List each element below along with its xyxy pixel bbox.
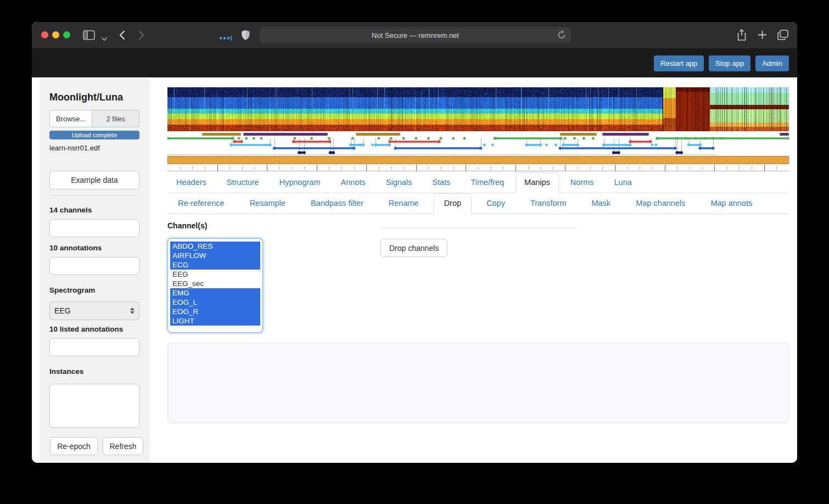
subtab-copy[interactable]: Copy bbox=[476, 193, 516, 214]
address-bar-url: Not Secure — remnrem.net bbox=[372, 31, 459, 40]
tab-overview-icon[interactable] bbox=[777, 30, 788, 42]
tab-signals[interactable]: Signals bbox=[377, 172, 421, 193]
channel-option-eog_r[interactable]: EOG_R bbox=[170, 307, 260, 316]
main-panel: HeadersStructureHypnogramAnnotsSignalsSt… bbox=[167, 87, 789, 463]
channels-select-label: Channel(s) bbox=[167, 221, 207, 230]
time-axis bbox=[167, 165, 789, 171]
annotations-count-label: 10 annotations bbox=[49, 244, 102, 252]
extensions-dots-icon[interactable] bbox=[219, 33, 232, 43]
sidebar: Moonlight/Luna Browse... 2 files Upload … bbox=[40, 79, 150, 463]
new-tab-icon[interactable] bbox=[758, 30, 767, 42]
files-count-label: 2 files bbox=[92, 110, 139, 127]
channel-option-emg[interactable]: EMG bbox=[170, 288, 260, 298]
subtab-map-channels[interactable]: Map channels bbox=[625, 193, 696, 214]
channel-option-eeg[interactable]: EEG bbox=[170, 270, 260, 279]
uploaded-file-name: learn-nsrr01.edf bbox=[49, 144, 100, 152]
listed-annotations-input[interactable] bbox=[49, 338, 139, 356]
sub-tabs: Re-referenceResampleBandpass filterRenam… bbox=[167, 193, 789, 214]
spectrogram-channel-value: EEG bbox=[54, 306, 71, 315]
channel-option-light[interactable]: LIGHT bbox=[170, 316, 260, 326]
sidebar-toggle-icon[interactable] bbox=[83, 30, 95, 42]
refresh-button[interactable]: Refresh bbox=[103, 437, 143, 455]
app-header: Restart app Stop app Admin bbox=[32, 49, 797, 77]
window-close-button[interactable] bbox=[41, 31, 48, 38]
restart-app-button[interactable]: Restart app bbox=[654, 55, 704, 71]
sidebar-divider bbox=[49, 195, 139, 195]
spectrogram-label: Spectrogram bbox=[49, 286, 95, 294]
browse-button[interactable]: Browse... bbox=[49, 110, 92, 127]
hypnogram-track[interactable] bbox=[167, 136, 789, 155]
listed-annotations-label: 10 listed annotations bbox=[49, 325, 123, 333]
window-minimize-button[interactable] bbox=[52, 31, 59, 38]
instances-label: Instances bbox=[49, 367, 83, 376]
tab-structure[interactable]: Structure bbox=[218, 172, 268, 193]
tab-manips[interactable]: Manips bbox=[516, 172, 559, 193]
app-title: Moonlight/Luna bbox=[49, 92, 123, 103]
privacy-shield-icon[interactable] bbox=[241, 30, 250, 43]
example-data-button[interactable]: Example data bbox=[49, 171, 139, 189]
upload-progress-bar: Upload complete bbox=[49, 131, 139, 139]
subtab-re-reference[interactable]: Re-reference bbox=[167, 193, 235, 214]
tab-time-freq[interactable]: Time/freq bbox=[462, 172, 513, 193]
reload-icon[interactable] bbox=[557, 30, 566, 41]
channels-filter-input[interactable] bbox=[49, 219, 139, 237]
drop-channels-button[interactable]: Drop channels bbox=[380, 239, 447, 257]
annotations-filter-input[interactable] bbox=[49, 257, 139, 275]
channel-option-ecg[interactable]: ECG bbox=[170, 260, 260, 270]
subtab-rename[interactable]: Rename bbox=[378, 193, 429, 214]
channel-option-eog_l[interactable]: EOG_L bbox=[170, 298, 260, 307]
desktop-background: Not Secure — remnrem.net Restart app Sto… bbox=[0, 0, 829, 504]
channel-listbox[interactable]: ABDO_RESAIRFLOWECGEEGEEG_secEMGEOG_LEOG_… bbox=[167, 238, 263, 333]
subtab-transform[interactable]: Transform bbox=[520, 193, 577, 214]
subtab-mask[interactable]: Mask bbox=[581, 193, 621, 214]
select-stepper-icon bbox=[130, 307, 135, 314]
output-panel bbox=[167, 343, 789, 423]
tab-norms[interactable]: Norms bbox=[562, 172, 603, 193]
channels-count-label: 14 channels bbox=[49, 206, 92, 214]
tab-stats[interactable]: Stats bbox=[423, 172, 459, 193]
forward-icon[interactable] bbox=[138, 30, 144, 42]
safari-window: Not Secure — remnrem.net Restart app Sto… bbox=[32, 22, 797, 463]
channel-option-abdo_res[interactable]: ABDO_RES bbox=[170, 242, 260, 251]
subtab-resample[interactable]: Resample bbox=[239, 193, 296, 214]
browser-toolbar: Not Secure — remnrem.net bbox=[32, 22, 797, 49]
address-bar[interactable]: Not Secure — remnrem.net bbox=[260, 27, 571, 43]
tab-luna[interactable]: Luna bbox=[606, 172, 641, 193]
signal-overview bbox=[167, 87, 789, 171]
back-icon[interactable] bbox=[119, 30, 125, 42]
file-upload-control: Browse... 2 files bbox=[49, 110, 139, 127]
subtab-map-annots[interactable]: Map annots bbox=[700, 193, 763, 214]
tab-headers[interactable]: Headers bbox=[167, 172, 215, 193]
tab-annots[interactable]: Annots bbox=[332, 172, 374, 193]
spectrogram-image[interactable] bbox=[167, 87, 789, 131]
share-icon[interactable] bbox=[737, 29, 747, 43]
subtab-drop[interactable]: Drop bbox=[434, 193, 472, 214]
admin-button[interactable]: Admin bbox=[755, 55, 789, 71]
spectrogram-channel-select[interactable]: EEG bbox=[49, 301, 139, 320]
window-zoom-button[interactable] bbox=[63, 31, 70, 38]
tab-hypnogram[interactable]: Hypnogram bbox=[271, 172, 329, 193]
panel-divider bbox=[380, 228, 576, 228]
page-content: Moonlight/Luna Browse... 2 files Upload … bbox=[32, 77, 797, 463]
main-tabs: HeadersStructureHypnogramAnnotsSignalsSt… bbox=[167, 172, 789, 193]
stop-app-button[interactable]: Stop app bbox=[709, 55, 750, 71]
subtab-bandpass-filter[interactable]: Bandpass filter bbox=[300, 193, 374, 214]
timeline-bar[interactable] bbox=[167, 156, 789, 164]
chevron-down-icon[interactable] bbox=[102, 33, 107, 43]
instances-textarea[interactable] bbox=[49, 384, 139, 428]
channel-option-airflow[interactable]: AIRFLOW bbox=[170, 251, 260, 260]
re-epoch-button[interactable]: Re-epoch bbox=[50, 437, 98, 455]
channel-option-eeg_sec[interactable]: EEG_sec bbox=[170, 279, 260, 288]
